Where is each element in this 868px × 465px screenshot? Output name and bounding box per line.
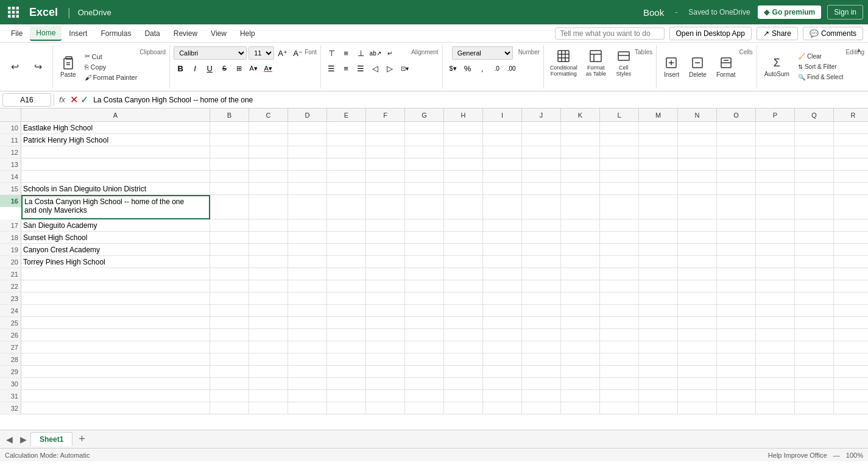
grid-cell[interactable]: [210, 329, 249, 341]
grid-cell[interactable]: [366, 353, 405, 366]
col-header-r[interactable]: R: [834, 108, 868, 122]
grid-cell[interactable]: [600, 378, 639, 390]
font-family-select[interactable]: Calibri: [174, 46, 247, 60]
grid-cell[interactable]: [795, 122, 834, 134]
grid-cell[interactable]: [600, 158, 639, 171]
grid-cell[interactable]: [678, 219, 717, 232]
grid-cell[interactable]: [249, 232, 288, 244]
grid-cell[interactable]: [678, 171, 717, 183]
copy-button[interactable]: ⎘ Copy: [82, 63, 140, 71]
grid-cell[interactable]: [522, 232, 561, 244]
grid-cell[interactable]: [249, 305, 288, 317]
grid-cell[interactable]: [327, 122, 366, 134]
grid-cell[interactable]: [561, 158, 600, 171]
font-size-select[interactable]: 11: [249, 46, 274, 60]
scroll-sheets-right-button[interactable]: ▶: [16, 435, 30, 444]
grid-cell[interactable]: [288, 280, 327, 293]
grid-cell[interactable]: [444, 366, 483, 378]
row-number[interactable]: 14: [0, 171, 21, 183]
grid-cell[interactable]: [600, 390, 639, 402]
grid-cell[interactable]: [327, 195, 366, 219]
grid-cell[interactable]: [600, 305, 639, 317]
font-color-button[interactable]: A▾: [261, 62, 275, 75]
sort-filter-button[interactable]: ⇅ Sort & Filter: [796, 62, 845, 71]
search-input[interactable]: [555, 27, 665, 40]
grid-cell[interactable]: [561, 219, 600, 232]
bold-button[interactable]: B: [174, 62, 187, 75]
grid-cell[interactable]: [600, 146, 639, 158]
undo-button[interactable]: ↩: [4, 59, 26, 74]
grid-cell[interactable]: [483, 183, 522, 195]
grid-cell[interactable]: [678, 341, 717, 353]
grid-cell[interactable]: [717, 390, 756, 402]
grid-cell[interactable]: [561, 146, 600, 158]
grid-cell[interactable]: [717, 122, 756, 134]
grid-cell[interactable]: Schools in San Dieguito Union District: [21, 183, 210, 195]
grid-cell[interactable]: [756, 134, 795, 146]
row-number[interactable]: 21: [0, 268, 21, 280]
grid-cell[interactable]: [405, 183, 444, 195]
grid-cell[interactable]: [795, 378, 834, 390]
grid-cell[interactable]: [249, 293, 288, 305]
col-header-f[interactable]: F: [366, 108, 405, 122]
grid-cell[interactable]: [327, 280, 366, 293]
grid-cell[interactable]: [444, 158, 483, 171]
col-header-h[interactable]: H: [444, 108, 483, 122]
grid-cell[interactable]: [405, 146, 444, 158]
grid-cell[interactable]: [678, 134, 717, 146]
grid-cell[interactable]: [405, 122, 444, 134]
currency-button[interactable]: $▾: [446, 62, 460, 75]
grid-cell[interactable]: [756, 341, 795, 353]
grid-cell[interactable]: [288, 341, 327, 353]
borders-button[interactable]: ⊞: [232, 62, 245, 75]
grid-cell[interactable]: Patrick Henry High School: [21, 134, 210, 146]
align-top-button[interactable]: ⊤: [325, 46, 338, 60]
grid-cell[interactable]: [522, 171, 561, 183]
grid-cell[interactable]: [678, 329, 717, 341]
row-number[interactable]: 12: [0, 146, 21, 158]
insert-cell-button[interactable]: Insert: [660, 46, 683, 87]
grid-cell[interactable]: [483, 122, 522, 134]
grid-cell[interactable]: [678, 183, 717, 195]
grid-cell[interactable]: [288, 183, 327, 195]
format-as-table-button[interactable]: Format as Table: [582, 46, 610, 79]
grid-cell[interactable]: [834, 134, 868, 146]
grid-cell[interactable]: [834, 244, 868, 256]
grid-cell[interactable]: [327, 146, 366, 158]
grid-cell[interactable]: [795, 305, 834, 317]
grid-cell[interactable]: [834, 366, 868, 378]
grid-cell[interactable]: [639, 183, 678, 195]
grid-cell[interactable]: [405, 402, 444, 414]
grid-area[interactable]: A B C D E F G H I J K L M N O P Q R 10Ea…: [0, 108, 868, 430]
grid-cell[interactable]: [483, 293, 522, 305]
grid-cell[interactable]: [405, 256, 444, 268]
grid-cell[interactable]: [834, 341, 868, 353]
grid-cell[interactable]: [834, 183, 868, 195]
grid-cell[interactable]: [249, 244, 288, 256]
grid-cell[interactable]: [444, 122, 483, 134]
grid-cell[interactable]: [366, 268, 405, 280]
grid-cell[interactable]: [288, 195, 327, 219]
grid-cell[interactable]: [561, 256, 600, 268]
grid-cell[interactable]: [756, 305, 795, 317]
grid-cell[interactable]: [444, 195, 483, 219]
grid-cell[interactable]: [561, 232, 600, 244]
grid-cell[interactable]: [444, 244, 483, 256]
grid-cell[interactable]: [639, 341, 678, 353]
grid-cell[interactable]: [717, 317, 756, 329]
grid-cell[interactable]: [366, 256, 405, 268]
grid-cell[interactable]: [288, 305, 327, 317]
grid-cell[interactable]: [639, 219, 678, 232]
grid-cell[interactable]: [249, 353, 288, 366]
decrease-indent-button[interactable]: ◁: [369, 62, 382, 75]
grid-cell[interactable]: [600, 171, 639, 183]
grid-cell[interactable]: [678, 268, 717, 280]
grid-cell[interactable]: [795, 171, 834, 183]
grid-cell[interactable]: [444, 171, 483, 183]
grid-cell[interactable]: [249, 390, 288, 402]
grid-cell[interactable]: [288, 232, 327, 244]
grid-cell[interactable]: [717, 280, 756, 293]
grid-cell[interactable]: [561, 305, 600, 317]
grid-cell[interactable]: [210, 402, 249, 414]
col-header-q[interactable]: Q: [795, 108, 834, 122]
